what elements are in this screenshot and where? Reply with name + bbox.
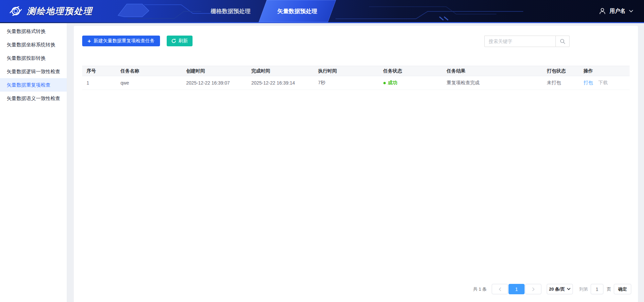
main-panel: + 新建矢量数据重复项检查任务 刷新 — [74, 26, 638, 302]
status-text: 成功 — [388, 80, 397, 86]
goto-page-input[interactable] — [591, 284, 603, 294]
chevron-right-icon — [532, 287, 535, 291]
cell-finished-time: 2025-12-22 16:39:14 — [247, 76, 314, 90]
goto-page-suffix: 页 — [607, 286, 611, 292]
download-link: 下载 — [598, 80, 608, 85]
logo-emblem-icon — [9, 4, 23, 18]
page-size-select[interactable]: 20 条/页 — [547, 284, 573, 294]
chevron-left-icon — [498, 287, 501, 291]
cell-index: 1 — [82, 76, 116, 90]
task-table: 序号 任务名称 创建时间 完成时间 执行时间 任务状态 任务结果 打包状态 操作… — [82, 66, 630, 90]
refresh-button[interactable]: 刷新 — [167, 36, 193, 46]
goto-confirm-button[interactable]: 确定 — [614, 284, 631, 294]
goto-page-prefix: 到第 — [579, 286, 588, 292]
search-icon — [560, 39, 566, 44]
cell-actions: 打包 下载 — [579, 76, 630, 90]
col-duration: 执行时间 — [314, 66, 379, 76]
sidebar-item-semantic-consistency-check[interactable]: 矢量数据语义一致性检查 — [0, 92, 67, 105]
package-link[interactable]: 打包 — [584, 80, 593, 85]
col-status: 任务状态 — [379, 66, 442, 76]
pagination: 共 1 条 1 20 条/页 到第 页 确定 — [473, 284, 631, 294]
chevron-down-icon — [629, 10, 633, 13]
cell-status: 成功 — [379, 76, 442, 90]
pagination-total: 共 1 条 — [473, 286, 487, 292]
header-accent-line — [0, 22, 644, 23]
cell-result: 重复项检查完成 — [442, 76, 543, 90]
toolbar: + 新建矢量数据重复项检查任务 刷新 — [82, 36, 193, 46]
col-result: 任务结果 — [442, 66, 543, 76]
sidebar-item-coordinate-convert[interactable]: 矢量数据坐标系统转换 — [0, 38, 67, 51]
app-header: 测绘地理预处理 栅格数据预处理 矢量数据预处理 用户名 — [0, 0, 644, 22]
plus-icon: + — [88, 38, 91, 44]
page-number-1[interactable]: 1 — [508, 284, 525, 294]
sidebar-item-duplicate-check[interactable]: 矢量数据重复项检查 — [0, 78, 67, 92]
search-group — [484, 36, 570, 47]
app-logo: 测绘地理预处理 — [0, 4, 93, 18]
search-button[interactable] — [555, 36, 570, 47]
sidebar-item-projection-convert[interactable]: 矢量数据投影转换 — [0, 51, 67, 65]
user-menu[interactable]: 用户名 — [599, 7, 644, 15]
new-task-button[interactable]: + 新建矢量数据重复项检查任务 — [82, 36, 160, 46]
sidebar-item-format-convert[interactable]: 矢量数据格式转换 — [0, 24, 67, 38]
col-finished-time: 完成时间 — [247, 66, 314, 76]
status-dot-icon — [383, 82, 386, 84]
user-name: 用户名 — [609, 8, 626, 15]
col-package-status: 打包状态 — [542, 66, 579, 76]
cell-package-status: 未打包 — [542, 76, 579, 90]
sidebar-item-logic-consistency-check[interactable]: 矢量数据逻辑一致性检查 — [0, 65, 67, 78]
col-created-time: 创建时间 — [182, 66, 247, 76]
tab-vector-preprocess[interactable]: 矢量数据预处理 — [259, 0, 336, 22]
cell-created-time: 2025-12-22 16:39:07 — [182, 76, 247, 90]
app-title: 测绘地理预处理 — [27, 5, 93, 17]
col-actions: 操作 — [579, 66, 630, 76]
tab-raster-preprocess[interactable]: 栅格数据预处理 — [201, 0, 260, 22]
sidebar: 矢量数据格式转换 矢量数据坐标系统转换 矢量数据投影转换 矢量数据逻辑一致性检查… — [0, 23, 67, 302]
select-chevron-down-icon — [567, 288, 571, 290]
user-icon — [599, 7, 606, 15]
table-row: 1 qwe 2025-12-22 16:39:07 2025-12-22 16:… — [82, 76, 630, 90]
search-input[interactable] — [484, 36, 555, 47]
refresh-icon — [171, 39, 176, 43]
table-header-row: 序号 任务名称 创建时间 完成时间 执行时间 任务状态 任务结果 打包状态 操作 — [82, 66, 630, 76]
cell-task-name: qwe — [116, 76, 182, 90]
cell-duration: 7秒 — [314, 76, 379, 90]
col-index: 序号 — [82, 66, 116, 76]
next-page-button[interactable] — [525, 284, 541, 294]
header-tabs: 栅格数据预处理 矢量数据预处理 — [201, 0, 332, 22]
col-task-name: 任务名称 — [116, 66, 182, 76]
prev-page-button[interactable] — [492, 284, 508, 294]
